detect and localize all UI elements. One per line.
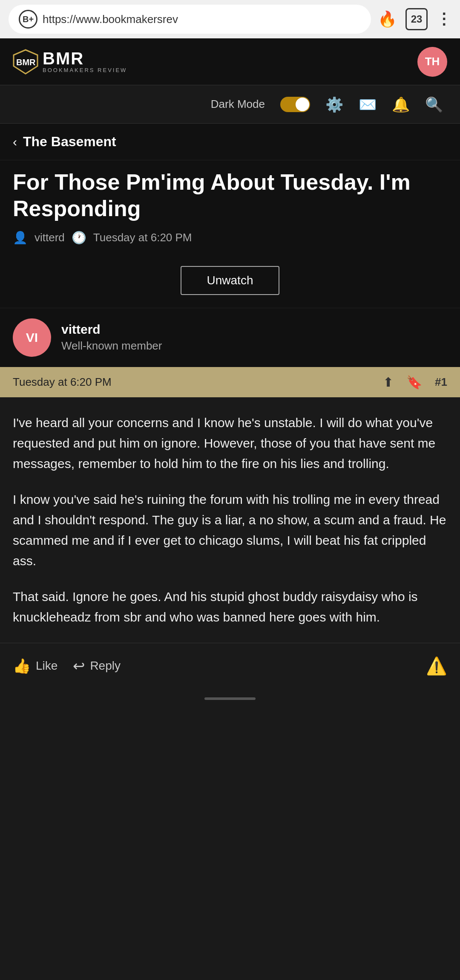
content-paragraph-2: I know you've said he's ruining the foru… [13,489,447,571]
unwatch-container: Unwatch [0,257,460,308]
scroll-pill [204,697,256,700]
like-icon: 👍 [13,657,31,674]
browser-actions: 🔥 23 ⋮ [378,8,451,30]
post-header: For Those Pm'img About Tuesday. I'm Resp… [0,160,460,257]
content-paragraph-1: I've heard all your concerns and I know … [13,413,447,474]
reply-icon: ↩ [73,657,85,674]
browser-bar: B+ https://www.bookmakersrev 🔥 23 ⋮ [0,0,460,38]
clock-icon: 🕐 [72,231,86,245]
author-role: Well-known member [61,339,162,353]
post-content: I've heard all your concerns and I know … [0,397,460,643]
bmr-shield-icon: BMR [13,49,38,75]
author-icon: 👤 [13,231,28,245]
post-title: For Those Pm'img About Tuesday. I'm Resp… [13,169,447,222]
tab-count[interactable]: 23 [405,8,428,30]
like-label: Like [36,659,58,673]
logo-bmr: BMR [43,50,127,67]
timestamp-actions: ⬆ 🔖 #1 [383,375,447,390]
like-button[interactable]: 👍 Like [13,657,58,674]
menu-dots-icon[interactable]: ⋮ [436,10,451,28]
site-header: BMR BMR BOOKMAKERS REVIEW TH [0,38,460,85]
svg-text:BMR: BMR [16,58,36,67]
fire-icon[interactable]: 🔥 [378,10,397,28]
address-text: https://www.bookmakersrev [43,13,178,26]
address-bar[interactable]: B+ https://www.bookmakersrev [9,5,371,34]
toggle-knob [296,98,309,111]
b-plus-icon: B+ [19,10,37,29]
notification-icon[interactable]: 🔔 [392,96,410,113]
post-author[interactable]: vitterd [34,231,65,244]
breadcrumb: ‹ The Basement [0,124,460,160]
action-buttons-left: 👍 Like ↩ Reply [13,657,121,674]
author-name[interactable]: vitterd [61,322,162,337]
logo[interactable]: BMR BMR BOOKMAKERS REVIEW [13,49,127,75]
unwatch-button[interactable]: Unwatch [181,266,280,295]
post-number: #1 [435,376,447,389]
author-info: vitterd Well-known member [61,322,162,353]
dark-mode-label: Dark Mode [211,98,265,111]
dark-mode-toggle[interactable] [280,97,310,112]
content-paragraph-3: That said. Ignore he goes. And his stupi… [13,587,447,627]
mail-icon[interactable]: ✉️ [359,96,377,113]
search-icon[interactable]: 🔍 [425,96,443,113]
warning-icon[interactable]: ⚠️ [426,656,447,676]
toolbar: Dark Mode ⚙️ ✉️ 🔔 🔍 [0,85,460,124]
post-timestamp: Tuesday at 6:20 PM [93,231,192,244]
post-meta: 👤 vitterd 🕐 Tuesday at 6:20 PM [13,231,447,245]
comment-timestamp: Tuesday at 6:20 PM [13,376,112,389]
author-avatar[interactable]: VI [13,318,51,357]
breadcrumb-section[interactable]: The Basement [23,134,116,150]
reply-label: Reply [90,659,121,673]
action-bar: 👍 Like ↩ Reply ⚠️ [0,643,460,689]
bookmark-icon[interactable]: 🔖 [406,375,422,390]
back-arrow-icon[interactable]: ‹ [13,135,17,149]
user-avatar[interactable]: TH [417,47,447,77]
timestamp-bar: Tuesday at 6:20 PM ⬆ 🔖 #1 [0,367,460,397]
scroll-indicator [0,689,460,708]
logo-text: BMR BOOKMAKERS REVIEW [43,50,127,73]
settings-icon[interactable]: ⚙️ [325,96,343,113]
logo-sub: BOOKMAKERS REVIEW [43,67,127,73]
reply-button[interactable]: ↩ Reply [73,657,121,674]
comment-author-bar: VI vitterd Well-known member [0,308,460,367]
share-icon[interactable]: ⬆ [383,375,394,390]
